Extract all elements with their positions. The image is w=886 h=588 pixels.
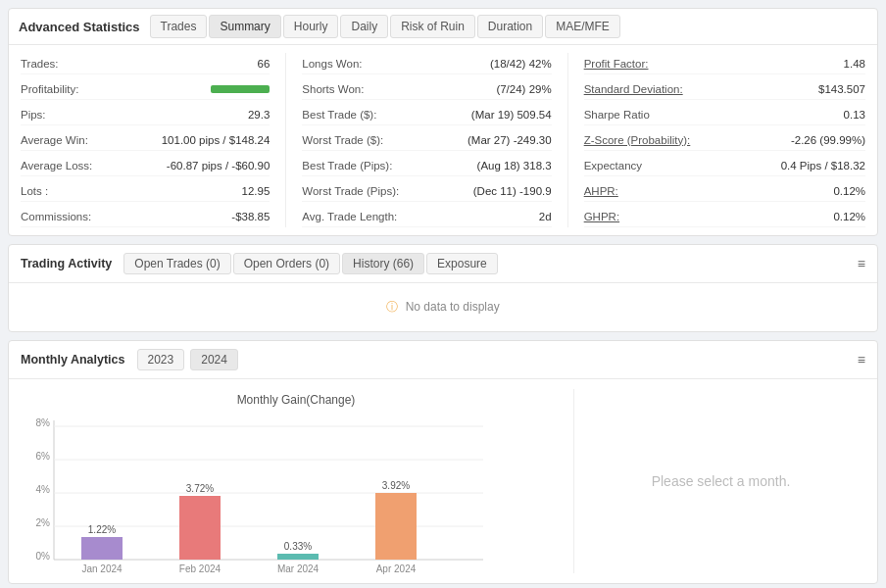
no-data-text: No data to display <box>406 300 500 314</box>
stat-best-trade-pips-label: Best Trade (Pips): <box>302 160 392 172</box>
stat-avg-trade-length-value: 2d <box>539 211 552 222</box>
stat-ghpr-value: 0.12% <box>833 211 865 222</box>
y-label-8: 8% <box>36 417 51 428</box>
stat-avg-trade-length: Avg. Trade Length: 2d <box>302 206 551 227</box>
y-label-6: 6% <box>36 451 51 462</box>
y-label-4: 4% <box>36 484 51 495</box>
stat-ahpr-label: AHPR: <box>584 185 618 197</box>
stat-profit-factor: Profit Factor: 1.48 <box>584 53 865 74</box>
stat-avg-win-label: Average Win: <box>21 134 88 146</box>
stat-pips-value: 29.3 <box>248 109 270 121</box>
tab-summary[interactable]: Summary <box>209 15 280 38</box>
stats-header: Advanced Statistics Trades Summary Hourl… <box>9 9 877 45</box>
stat-best-trade-usd: Best Trade ($): (Mar 19) 509.54 <box>302 104 551 125</box>
bar-label-mar: 0.33% <box>284 541 312 552</box>
stat-shorts-won: Shorts Won: (7/24) 29% <box>302 78 551 100</box>
stat-avg-loss-label: Average Loss: <box>21 160 92 172</box>
tab-duration[interactable]: Duration <box>477 15 543 38</box>
tab-daily[interactable]: Daily <box>340 15 388 38</box>
tab-trades[interactable]: Trades <box>150 15 208 38</box>
stat-ahpr: AHPR: 0.12% <box>584 180 865 202</box>
tab-exposure[interactable]: Exposure <box>426 253 498 274</box>
trading-activity-title: Trading Activity <box>21 257 112 270</box>
stat-commissions-value: -$38.85 <box>231 211 270 222</box>
chart-area: Monthly Gain(Change) 8% 6% 4% 2% 0% <box>19 389 573 573</box>
tab-open-trades[interactable]: Open Trades (0) <box>123 253 230 274</box>
x-label-mar: Mar 2024 <box>277 564 320 574</box>
stat-ghpr: GHPR: 0.12% <box>584 206 865 227</box>
stats-col-3: Profit Factor: 1.48 Standard Deviation: … <box>584 53 865 227</box>
chart-container: 8% 6% 4% 2% 0% <box>23 413 569 569</box>
stat-ahpr-value: 0.12% <box>833 185 865 197</box>
bar-label-jan: 1.22% <box>88 524 116 535</box>
stat-avg-trade-length-label: Avg. Trade Length: <box>302 211 397 222</box>
monthly-filter-icon[interactable]: ≡ <box>858 352 865 368</box>
tab-risk[interactable]: Risk of Ruin <box>390 15 475 38</box>
y-label-0: 0% <box>36 551 51 562</box>
bar-mar-2024[interactable] <box>277 554 319 560</box>
stat-std-dev-value: $143.507 <box>818 83 865 95</box>
stat-trades-value: 66 <box>258 58 271 70</box>
stat-std-dev: Standard Deviation: $143.507 <box>584 78 865 100</box>
stat-worst-trade-pips: Worst Trade (Pips): (Dec 11) -190.9 <box>302 180 551 202</box>
stat-worst-trade-usd: Worst Trade ($): (Mar 27) -249.30 <box>302 129 551 151</box>
chart-title: Monthly Gain(Change) <box>23 393 569 407</box>
stat-expectancy-value: 0.4 Pips / $18.32 <box>781 160 865 172</box>
bar-chart-svg: 8% 6% 4% 2% 0% <box>23 413 493 579</box>
tab-mae[interactable]: MAE/MFE <box>545 15 620 38</box>
stat-lots-label: Lots : <box>21 185 48 197</box>
stat-profitability: Profitability: <box>21 78 270 100</box>
tab-history[interactable]: History (66) <box>342 253 424 274</box>
stat-best-trade-usd-value: (Mar 19) 509.54 <box>471 109 552 121</box>
monthly-body: Monthly Gain(Change) 8% 6% 4% 2% 0% <box>9 379 877 583</box>
stat-best-trade-pips: Best Trade (Pips): (Aug 18) 318.3 <box>302 155 551 176</box>
stat-sharpe-value: 0.13 <box>844 109 865 121</box>
stat-worst-trade-usd-value: (Mar 27) -249.30 <box>468 134 552 146</box>
right-panel: Please select a month. <box>573 389 867 573</box>
profitability-bar <box>211 85 270 93</box>
stat-avg-win: Average Win: 101.00 pips / $148.24 <box>21 129 270 151</box>
bar-label-apr: 3.92% <box>382 480 410 491</box>
activity-header: Trading Activity Open Trades (0) Open Or… <box>9 245 877 283</box>
y-label-2: 2% <box>36 517 51 528</box>
bar-jan-2024[interactable] <box>81 537 123 560</box>
stat-ghpr-label: GHPR: <box>584 211 619 222</box>
x-label-apr: Apr 2024 <box>376 564 417 574</box>
year-btn-2023[interactable]: 2023 <box>137 349 185 370</box>
stat-lots-value: 12.95 <box>242 185 271 197</box>
stat-zscore: Z-Score (Probability): -2.26 (99.99%) <box>584 129 865 151</box>
tab-hourly[interactable]: Hourly <box>283 15 339 38</box>
stats-grid: Trades: 66 Profitability: Pips: 29.3 Ave… <box>9 45 877 235</box>
stat-trades: Trades: 66 <box>21 53 270 74</box>
stat-commissions: Commissions: -$38.85 <box>21 206 270 227</box>
bar-apr-2024[interactable] <box>375 493 417 560</box>
stat-expectancy: Expectancy 0.4 Pips / $18.32 <box>584 155 865 176</box>
tab-open-orders[interactable]: Open Orders (0) <box>233 253 340 274</box>
stat-pips-label: Pips: <box>21 109 46 121</box>
trading-activity-panel: Trading Activity Open Trades (0) Open Or… <box>8 244 878 332</box>
stat-longs-won-label: Longs Won: <box>302 58 362 70</box>
stat-profitability-value <box>211 85 270 93</box>
monthly-analytics-panel: Monthly Analytics 2023 2024 ≡ Monthly Ga… <box>8 340 878 584</box>
stat-avg-loss: Average Loss: -60.87 pips / -$60.90 <box>21 155 270 176</box>
filter-icon[interactable]: ≡ <box>858 256 865 271</box>
monthly-analytics-title: Monthly Analytics <box>21 353 125 367</box>
bar-label-feb: 3.72% <box>186 483 214 494</box>
stat-profit-factor-value: 1.48 <box>844 58 865 70</box>
stat-std-dev-label: Standard Deviation: <box>584 83 683 95</box>
stat-profit-factor-label: Profit Factor: <box>584 58 649 70</box>
stat-zscore-value: -2.26 (99.99%) <box>791 134 865 146</box>
year-btn-2024[interactable]: 2024 <box>190 349 238 370</box>
stats-panel-title: Advanced Statistics <box>19 20 140 34</box>
stat-pips: Pips: 29.3 <box>21 104 270 125</box>
stat-best-trade-usd-label: Best Trade ($): <box>302 109 376 121</box>
stat-sharpe-label: Sharpe Ratio <box>584 109 650 121</box>
stat-best-trade-pips-value: (Aug 18) 318.3 <box>477 160 552 172</box>
bar-feb-2024[interactable] <box>179 496 221 560</box>
stat-trades-label: Trades: <box>21 58 59 70</box>
stat-commissions-label: Commissions: <box>21 211 91 222</box>
stat-worst-trade-pips-label: Worst Trade (Pips): <box>302 185 399 197</box>
stat-expectancy-label: Expectancy <box>584 160 642 172</box>
stat-shorts-won-label: Shorts Won: <box>302 83 364 95</box>
x-label-feb: Feb 2024 <box>179 564 222 574</box>
